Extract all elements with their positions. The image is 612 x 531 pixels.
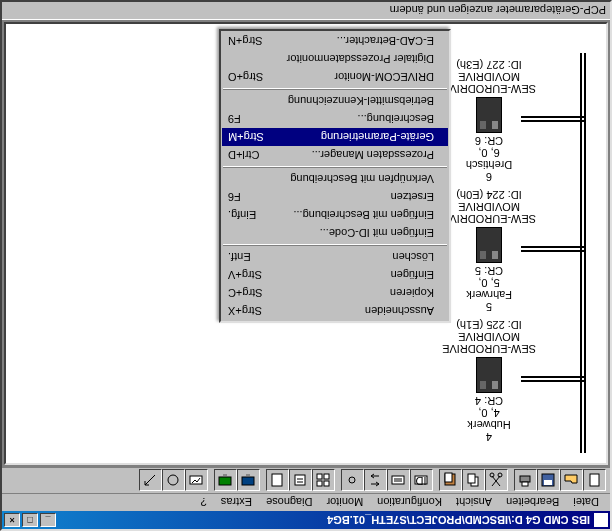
tool-param[interactable] [289,470,312,492]
tool-print[interactable] [514,470,537,492]
svg-rect-3 [521,477,531,483]
device-drv3: ID: 224 (E0h) [442,189,536,201]
tool-cut[interactable] [485,470,508,492]
menu-item-label: Einfügen [280,269,434,281]
main-window: IBS CMD G4 D:\IBSCMD\PROJECT\S7ETH_01.BG… [0,0,612,531]
menu-item-label: DRIVECOM-Monitor [281,71,434,83]
device-val: 5, 0, [442,277,536,289]
menu-item[interactable]: Digitaler Prozessdatenmonitor [222,50,448,68]
svg-rect-10 [446,474,453,483]
menu-item-label: Kopieren [281,287,434,299]
maximize-button[interactable]: □ [22,513,38,527]
menu-help[interactable]: ? [194,495,214,511]
menu-item-label: Geräte-Parametrierung [282,131,434,143]
device-hubwerk[interactable]: 4 Hubwerk 4, 0, CR: 4 SEW-EURODRIVE MOVI… [442,319,536,443]
status-text: PCP-Geräteparameter anzeigen und ändern [390,5,606,17]
device-num: 5 [442,301,536,313]
menu-item-label: Einfügen mit ID-Code... [246,227,434,239]
tool-insert-desc[interactable] [387,470,410,492]
device-drv3: ID: 227 (E3h) [442,59,536,71]
menu-item-shortcut: F6 [228,191,241,203]
device-num: 4 [442,431,536,443]
tool-extra1[interactable] [162,470,185,492]
tool-paste[interactable] [439,470,462,492]
menu-item[interactable]: AusschneidenStrg+X [222,302,448,320]
device-val: 4, 0, [442,407,536,419]
menu-item-shortcut: Strg+N [228,35,263,47]
tool-monitor2[interactable] [214,470,237,492]
svg-rect-16 [325,482,330,487]
menu-item[interactable]: E-CAD-Betrachter...Strg+N [222,32,448,50]
menu-item-shortcut: Strg+C [228,287,263,299]
menu-item-shortcut: Ctrl+D [228,149,259,161]
device-drv1: SEW-EURODRIVE [442,213,536,225]
child-window: 4 Hubwerk 4, 0, CR: 4 SEW-EURODRIVE MOVI… [4,22,608,465]
tool-link[interactable] [341,470,364,492]
app-icon [594,513,608,527]
menubar: Datei Bearbeiten Ansicht Konfiguration M… [2,493,610,511]
menu-bearbeiten[interactable]: Bearbeiten [499,495,566,511]
menu-item[interactable]: Einfügen mit ID-Code... [222,224,448,242]
close-button[interactable]: × [4,513,20,527]
menu-item-label: Ausschneiden [280,305,434,317]
menu-monitor[interactable]: Monitor [320,495,371,511]
svg-rect-18 [325,475,330,480]
bus-canvas[interactable]: 4 Hubwerk 4, 0, CR: 4 SEW-EURODRIVE MOVI… [6,24,606,463]
menu-separator [223,166,447,168]
tool-replace[interactable] [364,470,387,492]
tool-open[interactable] [560,470,583,492]
tool-ecad[interactable] [185,470,208,492]
minimize-button[interactable]: _ [40,513,56,527]
menu-diagnose[interactable]: Diagnose [259,495,319,511]
svg-rect-20 [296,476,306,486]
menu-item[interactable]: LöschenEntf. [222,248,448,266]
device-fahrwerk[interactable]: 5 Fahrwerk 5, 0, CR: 5 SEW-EURODRIVE MOV… [442,189,536,313]
device-cr: CR: 6 [442,135,536,147]
menu-item-shortcut: Strg+M [228,131,264,143]
tool-pd-manager[interactable] [312,470,335,492]
tool-monitor1[interactable] [237,470,260,492]
menu-item-shortcut: Strg+X [228,305,262,317]
menu-item[interactable]: KopierenStrg+C [222,284,448,302]
tool-insert-id[interactable]: ID [410,470,433,492]
menu-item[interactable]: Betriebsmittel-Kennzeichnung [222,92,448,110]
menu-separator [223,244,447,246]
menu-item[interactable]: Geräte-ParametrierungStrg+M [222,128,448,146]
svg-rect-27 [224,475,228,477]
menu-item[interactable]: Einfügen mit Beschreibung...Einfg. [222,206,448,224]
tool-save[interactable] [537,470,560,492]
context-menu: AusschneidenStrg+XKopierenStrg+CEinfügen… [219,29,451,323]
device-drv2: MOVIDRIVE [442,71,536,83]
menu-item-shortcut: Strg+V [228,269,262,281]
menu-item-shortcut: Einfg. [228,209,256,221]
menu-item[interactable]: EinfügenStrg+V [222,266,448,284]
menu-item[interactable]: Prozessdaten Manager...Ctrl+D [222,146,448,164]
device-drv3: ID: 225 (E1h) [442,319,536,331]
device-num: 6 [442,171,536,183]
device-icon [476,357,502,393]
menu-datei[interactable]: Datei [566,495,606,511]
menu-item-label: Einfügen mit Beschreibung... [274,209,434,221]
tool-extra2[interactable] [139,470,162,492]
menu-extras[interactable]: Extras [214,495,259,511]
svg-rect-4 [523,483,529,487]
menu-item[interactable]: DRIVECOM-MonitorStrg+O [222,68,448,86]
menu-item[interactable]: ErsetzenF6 [222,188,448,206]
menu-konfiguration[interactable]: Konfiguration [370,495,449,511]
tool-new[interactable] [583,470,606,492]
svg-rect-8 [469,475,476,484]
device-drv1: SEW-EURODRIVE [442,83,536,95]
menu-item-label: Prozessdaten Manager... [277,149,434,161]
device-cr: CR: 4 [442,395,536,407]
toolbar: ID [2,467,610,493]
device-cr: CR: 5 [442,265,536,277]
device-drehtisch[interactable]: 6 Drehtisch 6, 0, CR: 6 SEW-EURODRIVE MO… [442,59,536,183]
tool-desc[interactable] [266,470,289,492]
menu-item[interactable]: Verknüpfen mit Beschreibung [222,170,448,188]
menu-ansicht[interactable]: Ansicht [449,495,499,511]
bus-wire-vertical2 [580,53,582,453]
device-drv2: MOVIDRIVE [442,331,536,343]
tool-copy[interactable] [462,470,485,492]
menu-item[interactable]: Beschreibung...F9 [222,110,448,128]
menu-item-label: Verknüpfen mit Beschreibung [246,173,434,185]
